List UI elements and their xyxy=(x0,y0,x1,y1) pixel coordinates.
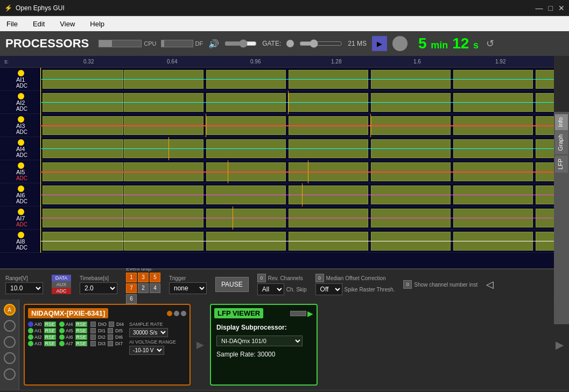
ev-btn-3[interactable]: 3 xyxy=(138,273,149,282)
sc-ch-name-ai5: AI5 xyxy=(66,328,73,333)
ev-btn-4[interactable]: 4 xyxy=(150,283,160,293)
tab-lfp[interactable]: LFP xyxy=(555,155,568,173)
ch-name-ai6: AI6 xyxy=(16,192,27,198)
sc-ch-rse-ai1: RSE xyxy=(44,328,57,333)
channel-graph-ai6 xyxy=(40,183,554,206)
minimize-button[interactable]: — xyxy=(536,4,543,12)
cyan-line-ai1 xyxy=(40,79,554,80)
show-ch-group: 0 Show channel number inst xyxy=(403,280,477,289)
data-button[interactable]: DATA xyxy=(52,275,71,281)
time-min-label: min xyxy=(431,40,448,51)
time-min: 5 xyxy=(418,35,427,52)
ch-type-ai3: ADC xyxy=(16,129,27,135)
sc-ch-di1: DI1 DI5 xyxy=(90,328,124,333)
lfp-display-subprocessor-label: Display Subprocessor: xyxy=(216,324,311,331)
off-select[interactable]: Off xyxy=(315,283,342,295)
trigger-select[interactable]: none xyxy=(169,282,207,294)
ch-name-ai4: AI4 xyxy=(16,146,27,152)
ai-voltage-select[interactable]: -10-10 V xyxy=(129,346,164,355)
ni-sample-settings: SAMPLE RATE 30000 S/s AI VOLTAGE RANGE -… xyxy=(129,322,176,355)
sc-ch-dot-ai3 xyxy=(28,341,33,346)
titlebar-controls: — □ ✕ xyxy=(536,4,565,12)
sc-dot-2 xyxy=(174,311,179,316)
tick-096: 0.96 xyxy=(250,59,261,65)
lfp-subprocessor-select[interactable]: NI-DAQmx 101/0 xyxy=(216,336,303,346)
ev-btn-5[interactable]: 5 xyxy=(150,273,160,282)
channel-row-ai4: AI4 ADC xyxy=(0,137,554,160)
lfp-bar xyxy=(290,311,306,316)
rev-ch-label: Rev. Channels xyxy=(268,275,303,281)
cpu-meter: CPU DF xyxy=(99,40,203,47)
range-select[interactable]: 10.05.02.5 xyxy=(5,282,43,294)
trigger-label: Trigger xyxy=(169,275,207,281)
tab-info[interactable]: Info xyxy=(555,114,568,130)
sc-ch-rse-ai0: RSE xyxy=(44,322,57,327)
volume-slider[interactable] xyxy=(224,39,257,48)
channel-row-ai3: AI3 ADC xyxy=(0,114,554,137)
menubar: File Edit View Help xyxy=(0,16,569,31)
triangle-button[interactable]: ◁ xyxy=(486,279,494,290)
ai-voltage-label: AI VOLTAGE RANGE xyxy=(129,339,176,345)
lfp-content: Display Subprocessor: NI-DAQmx 101/0 Sam… xyxy=(214,322,313,360)
red-line-ai5 xyxy=(40,172,554,173)
sc-ch-name-dio: DIO xyxy=(98,322,107,327)
tick-16: 1.6 xyxy=(413,59,421,65)
close-button[interactable]: ✕ xyxy=(558,4,565,12)
chain-right-arrow-icon: ▶ xyxy=(556,338,564,351)
sc-circle-a[interactable]: A xyxy=(4,304,16,316)
sc-ch-di2: DI2 DI6 xyxy=(90,334,124,340)
tab-graph[interactable]: Graph xyxy=(555,131,568,154)
channel-graph-ai7 xyxy=(40,206,554,230)
cpu-fill xyxy=(99,40,111,47)
sc-circle-2[interactable] xyxy=(4,336,16,348)
sc-ch-dot-ai0 xyxy=(28,322,33,327)
sc-ch-ai3: AI3 RSE xyxy=(28,341,56,346)
sc-ch-name-ai0: AI0 xyxy=(34,322,42,327)
show-ch-badge: 0 xyxy=(403,280,412,289)
sc-ch-rse-ai5: RSE xyxy=(75,328,88,333)
channel-row-ai5: AI5 ADC xyxy=(0,160,554,183)
channel-label-ai8: AI8 ADC xyxy=(0,232,40,251)
menu-edit[interactable]: Edit xyxy=(30,19,48,29)
menu-view[interactable]: View xyxy=(57,19,78,29)
record-button[interactable] xyxy=(392,36,408,51)
play-button[interactable]: ▶ xyxy=(372,36,387,51)
sc-circle-1[interactable] xyxy=(4,320,16,332)
ch-name-ai2: AI2 xyxy=(16,99,27,106)
sc-dot-1[interactable] xyxy=(167,311,172,316)
pause-button[interactable]: PAUSE xyxy=(215,277,249,292)
sc-ch-name-di5: DI5 xyxy=(115,328,123,333)
ms-label: 21 MS xyxy=(348,40,367,47)
channel-label-ai1: AI1 ADC xyxy=(0,70,40,89)
ev-btn-7[interactable]: 7 xyxy=(126,283,137,293)
spike-raster-label: Spike Raster Thresh. xyxy=(345,287,395,293)
timebase-group: Timebase[s] 2.01.04.0 xyxy=(80,275,117,294)
all-select[interactable]: All xyxy=(257,283,284,295)
timebase-select[interactable]: 2.01.04.0 xyxy=(80,282,117,294)
sc-ch-dot-ai6 xyxy=(59,334,65,340)
signal-chain-main: NIDAQMX-[PXIE-6341] AI0 RSE xyxy=(19,300,550,390)
ni-ch-ai-left: AI0 RSE AI1 RSE AI2 RSE xyxy=(28,322,56,355)
channel-label-ai5: AI5 ADC xyxy=(0,162,40,181)
menu-file[interactable]: File xyxy=(3,19,21,29)
df-bar xyxy=(161,40,193,47)
right-panel: Info Graph LFP xyxy=(554,112,569,324)
speaker-icon[interactable]: 🔊 xyxy=(208,39,219,49)
sc-circle-3[interactable] xyxy=(4,352,16,364)
ev-btn-2[interactable]: 2 xyxy=(138,283,149,293)
ev-btn-1[interactable]: 1 xyxy=(126,273,137,282)
sc-ch-name-ai6: AI6 xyxy=(66,334,73,340)
time-reset-icon[interactable]: ↺ xyxy=(486,38,494,49)
sc-circle-4[interactable] xyxy=(4,368,16,380)
menu-help[interactable]: Help xyxy=(87,19,108,29)
sample-rate-select[interactable]: 30000 S/s xyxy=(129,328,168,337)
channel-rows: AI1 ADC xyxy=(0,68,554,253)
ch-name-ai8: AI8 xyxy=(16,238,27,245)
sc-led-di7 xyxy=(108,341,113,346)
gate-dot[interactable] xyxy=(286,40,294,47)
gate-slider[interactable] xyxy=(299,39,342,48)
adc-button[interactable]: ADC xyxy=(52,288,71,294)
tick-128: 1.28 xyxy=(331,59,341,65)
aux-button[interactable]: AUX xyxy=(52,281,71,288)
maximize-button[interactable]: □ xyxy=(549,4,553,12)
